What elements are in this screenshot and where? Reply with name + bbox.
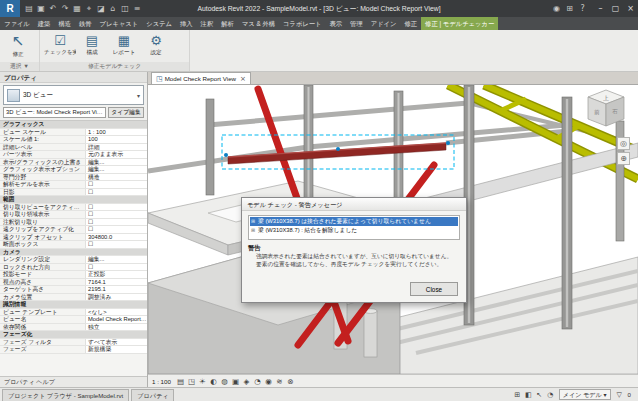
ribbon-tab[interactable]: アドイン <box>367 17 401 30</box>
property-row[interactable]: 投影モード 正投影 <box>0 271 147 279</box>
ribbon-tab[interactable]: ファイル <box>0 17 34 30</box>
ribbon-tab[interactable]: 注釈 <box>197 17 218 30</box>
property-value[interactable]: ☐ <box>86 219 147 226</box>
property-row[interactable]: 遠クリップ オフセット 304800.0 <box>0 234 147 242</box>
minimize-button[interactable]: – <box>593 1 608 16</box>
property-row[interactable]: 識別情報 <box>0 301 147 309</box>
show-crop-icon[interactable]: ◈ <box>241 376 252 387</box>
ribbon-tab[interactable]: コラボレート <box>279 17 326 30</box>
property-row[interactable]: ビュー名 Model Check Report View <box>0 316 147 324</box>
property-row[interactable]: フェーズ フィルタ すべて表示 <box>0 339 147 347</box>
constraints-icon[interactable]: ⊗ <box>285 376 296 387</box>
tree-expander-icon[interactable]: ⊞ <box>251 226 258 235</box>
view-cube[interactable]: 上 前 右 <box>580 89 632 133</box>
report-button[interactable]: ▦ レポート <box>108 32 140 55</box>
property-row[interactable]: ロックされた方向 ☐ <box>0 264 147 272</box>
type-selector[interactable]: 3D ビュー ▾ <box>3 85 144 105</box>
property-row[interactable]: グラフィックス <box>0 121 147 129</box>
print-icon[interactable]: ▦ <box>71 3 83 15</box>
revit-logo[interactable]: R <box>0 0 20 17</box>
ribbon-tab[interactable]: 挿入 <box>176 17 197 30</box>
view-tab-active[interactable]: ◳ Model Check Report View × <box>151 72 251 84</box>
property-row[interactable]: ビュー スケール 1 : 100 <box>0 129 147 137</box>
property-value[interactable]: 7164.1 <box>86 279 147 286</box>
project-browser-tab[interactable]: プロジェクト ブラウザ - SampleModel.rvt <box>2 389 129 401</box>
property-value[interactable]: 2195.1 <box>86 286 147 293</box>
scale-control[interactable]: 1 : 100 <box>151 378 175 385</box>
ribbon-tab[interactable]: 修正 | モデルチェッカー <box>421 17 498 30</box>
ribbon-tab[interactable]: システム <box>142 17 176 30</box>
undo-icon[interactable]: ↶ <box>47 3 59 15</box>
property-row[interactable]: 詳細レベル 詳細 <box>0 144 147 152</box>
thin-lines-icon[interactable]: ≡ <box>131 3 143 15</box>
ribbon-tab[interactable]: 解析 <box>217 17 238 30</box>
property-value[interactable]: 100 <box>86 136 147 143</box>
close-button[interactable]: × <box>623 1 638 16</box>
crop-view-icon[interactable]: ▣ <box>230 376 241 387</box>
property-value[interactable]: 独立 <box>86 324 147 331</box>
dialog-close-button[interactable]: Close <box>410 282 458 296</box>
property-value[interactable]: 元のまま表示 <box>86 151 147 158</box>
property-value[interactable]: Model Check Report View <box>86 316 147 323</box>
property-row[interactable]: ターゲット高さ 2195.1 <box>0 286 147 294</box>
property-row[interactable]: 解析モデルを表示 ☐ <box>0 181 147 189</box>
property-value[interactable]: 詳細 <box>86 144 147 151</box>
property-row[interactable]: フェーズ化 <box>0 331 147 339</box>
default-3d-view-icon[interactable]: ⌂ <box>107 3 119 15</box>
ribbon-tab[interactable]: 構造 <box>54 17 75 30</box>
property-row[interactable]: 表示/グラフィックスの上書き 編集... <box>0 159 147 167</box>
property-value[interactable]: 調整済み <box>86 294 147 301</box>
tree-expander-icon[interactable]: ⊞ <box>251 217 258 226</box>
render-icon[interactable]: ◍ <box>219 376 230 387</box>
property-value[interactable]: ☐ <box>86 204 147 211</box>
properties-help[interactable]: プロパティ ヘルプ <box>0 376 147 387</box>
property-value[interactable]: <なし> <box>86 309 147 316</box>
property-row[interactable]: 範囲 <box>0 196 147 204</box>
redo-icon[interactable]: ↷ <box>59 3 71 15</box>
property-row[interactable]: 遠クリップをアクティブ化 ☐ <box>0 226 147 234</box>
property-row[interactable]: 専門分野 構造 <box>0 174 147 182</box>
property-row[interactable]: 断面ボックス ☐ <box>0 241 147 249</box>
tag-icon[interactable]: ◪ <box>95 3 107 15</box>
zoom-icon[interactable]: ⊕ <box>617 152 630 165</box>
view-instance-combo[interactable]: 3D ビュー: Model Check Report View <box>3 107 106 118</box>
settings-button[interactable]: ⚙ 設定 <box>140 32 172 55</box>
property-row[interactable]: カメラ位置 調整済み <box>0 294 147 302</box>
property-value[interactable]: 新規構築 <box>86 346 147 353</box>
property-value[interactable]: ☐ <box>86 181 147 188</box>
property-row[interactable]: レンダリング設定 編集... <box>0 256 147 264</box>
help-icon[interactable]: ? <box>576 2 589 15</box>
property-value[interactable]: 1 : 100 <box>86 129 147 136</box>
property-row[interactable]: カメラ <box>0 249 147 257</box>
warning-list-item[interactable]: ⊞ 梁 (W310X38.7) は接合された要素によって切り取られていません <box>250 217 458 226</box>
app-store-icon[interactable]: ⊞ <box>563 2 576 15</box>
edit-type-button[interactable]: タイプ編集 <box>108 107 144 118</box>
property-row[interactable]: 切り取り領域表示 ☐ <box>0 211 147 219</box>
property-row[interactable]: フェーズ 新規構築 <box>0 346 147 354</box>
property-value[interactable]: ☐ <box>86 226 147 233</box>
signin-icon[interactable]: ◉ <box>550 2 563 15</box>
ribbon-tab[interactable]: 修正 <box>400 17 421 30</box>
configure-check-button[interactable]: ▤ 構成 <box>76 32 108 55</box>
measure-icon[interactable]: ⌖ <box>83 3 95 15</box>
property-value[interactable]: 正投影 <box>86 271 147 278</box>
open-icon[interactable]: ▤ <box>23 3 35 15</box>
maximize-button[interactable]: ▢ <box>608 1 623 16</box>
close-view-icon[interactable]: × <box>240 75 246 83</box>
property-row[interactable]: グラフィック表示オプション 編集... <box>0 166 147 174</box>
property-value[interactable]: 編集... <box>86 256 147 263</box>
property-row[interactable]: パーツ表示 元のまま表示 <box>0 151 147 159</box>
property-row[interactable]: 日影 ☐ <box>0 189 147 197</box>
ribbon-tab[interactable]: 鉄骨 <box>75 17 96 30</box>
reveal-hidden-icon[interactable]: ◉ <box>263 376 274 387</box>
property-row[interactable]: スケール値 1: 100 <box>0 136 147 144</box>
worksets-icon[interactable]: ⊞ <box>512 391 523 399</box>
property-row[interactable]: 注釈切り取り ☐ <box>0 219 147 227</box>
property-row[interactable]: 依存関係 独立 <box>0 324 147 332</box>
visual-style-icon[interactable]: ◳ <box>186 376 197 387</box>
detail-level-icon[interactable]: ▤ <box>175 376 186 387</box>
property-row[interactable]: 切り取りビューをアクティブ化 ☐ <box>0 204 147 212</box>
modify-button[interactable]: ↖ 修正 <box>4 32 32 57</box>
ribbon-tab[interactable]: プレキャスト <box>96 17 143 30</box>
property-row[interactable]: ビュー テンプレート <なし> <box>0 309 147 317</box>
